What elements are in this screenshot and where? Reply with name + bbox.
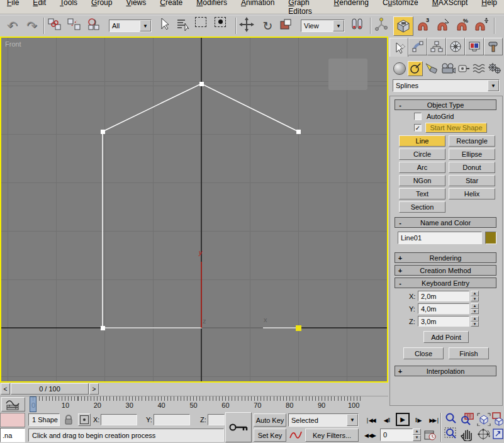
previous-frame-button[interactable]: ◀‖ (380, 414, 394, 426)
rectangular-selection-region-icon[interactable] (195, 17, 213, 35)
spinner-down-icon[interactable]: ▼ (471, 296, 479, 302)
object-type-button-donut[interactable]: Donut (449, 162, 495, 173)
redo-button[interactable]: ↷ (23, 17, 41, 35)
collapse-icon[interactable]: - (395, 101, 405, 109)
shape-category-dropdown[interactable]: Splines ▼ (393, 79, 500, 92)
dropdown-arrow-icon[interactable]: ▼ (488, 80, 499, 91)
ke-y-field[interactable]: 4,0m (418, 303, 469, 314)
time-configuration-button[interactable] (424, 429, 437, 441)
arc-rotate-button[interactable] (476, 427, 491, 441)
rollout-object-type-header[interactable]: - Object Type (395, 99, 496, 110)
coord-y-field[interactable] (154, 414, 190, 425)
new-key-tangent-icon[interactable] (289, 429, 303, 440)
select-and-scale-icon[interactable] (278, 17, 296, 35)
zoom-extents-all-button[interactable] (492, 412, 504, 426)
spinner-up-icon[interactable]: ▲ (471, 303, 479, 309)
tab-display[interactable] (465, 38, 484, 55)
ke-z-spinner[interactable]: ▲▼ (471, 316, 479, 327)
tab-create[interactable] (389, 38, 408, 57)
key-mode-toggle-button[interactable]: ◀◀▶ (362, 429, 378, 441)
pan-button[interactable] (460, 427, 474, 441)
category-cameras-icon[interactable] (440, 63, 456, 74)
set-keys-button[interactable] (225, 412, 252, 442)
object-type-button-line[interactable]: Line (399, 135, 445, 147)
time-slider-track[interactable]: < 0 / 100 > (0, 383, 388, 396)
finish-button[interactable]: Finish (449, 347, 489, 359)
bind-to-space-warp-icon[interactable] (86, 17, 104, 35)
zoom-extents-button[interactable] (476, 412, 491, 426)
tab-motion[interactable] (446, 38, 465, 55)
category-lights-icon[interactable] (425, 62, 439, 75)
selection-lock-icon[interactable] (64, 414, 74, 425)
object-type-button-circle[interactable]: Circle (399, 149, 445, 160)
select-and-move-icon[interactable] (239, 17, 257, 35)
maxscript-mini-listener-script[interactable]: .na (0, 428, 25, 442)
current-frame-field[interactable]: 0 (380, 429, 413, 441)
object-color-swatch[interactable] (485, 232, 496, 244)
absolute-offset-toggle[interactable] (78, 413, 91, 426)
track-bar[interactable]: 0102030405060708090100 (0, 396, 388, 413)
key-selection-dropdown[interactable]: Selected ▼ (288, 413, 359, 427)
close-button[interactable]: Close (403, 347, 444, 359)
window-crossing-toggle-icon[interactable] (215, 17, 233, 35)
start-new-shape-button[interactable]: Start New Shape (425, 123, 487, 133)
viewport-front[interactable]: Front y z x (0, 36, 388, 383)
reference-coord-dropdown[interactable]: View ▼ (301, 20, 345, 32)
select-and-rotate-icon[interactable]: ↻ (259, 17, 277, 35)
select-object-icon[interactable] (156, 17, 174, 35)
coord-z-field[interactable] (208, 414, 225, 425)
collapse-icon[interactable]: + (395, 254, 405, 262)
key-filters-button[interactable]: Key Filters... (305, 429, 359, 442)
undo-button[interactable]: ↶ (3, 17, 21, 35)
percent-snap-icon[interactable]: % (454, 17, 472, 35)
use-center-icon[interactable] (349, 17, 367, 35)
spinner-down-icon[interactable]: ▼ (471, 322, 479, 327)
spinner-down-icon[interactable]: ▼ (413, 435, 421, 441)
min-max-toggle-button[interactable] (492, 427, 504, 441)
collapse-icon[interactable]: + (395, 367, 405, 375)
category-helpers-icon[interactable] (457, 63, 470, 74)
angle-snap-icon[interactable] (434, 17, 452, 35)
tab-modify[interactable] (408, 38, 427, 55)
dropdown-arrow-icon[interactable]: ▼ (347, 414, 358, 426)
object-type-button-arc[interactable]: Arc (399, 162, 445, 173)
tab-utilities[interactable] (484, 38, 503, 55)
region-zoom-button[interactable] (444, 427, 458, 441)
spinner-snap-icon[interactable] (473, 17, 491, 35)
selection-filter-dropdown[interactable]: All ▼ (109, 20, 152, 32)
category-shapes-icon[interactable] (408, 61, 423, 76)
play-button[interactable]: ▶ (396, 413, 410, 426)
object-name-field[interactable]: Line01 (398, 232, 482, 244)
start-new-shape-checkbox[interactable]: ✓ (414, 124, 422, 132)
collapse-icon[interactable]: - (395, 219, 405, 227)
add-point-button[interactable]: Add Point (423, 331, 469, 343)
spinner-down-icon[interactable]: ▼ (471, 309, 479, 315)
ke-x-spinner[interactable]: ▲▼ (471, 291, 479, 301)
collapse-icon[interactable]: - (395, 279, 405, 287)
spinner-up-icon[interactable]: ▲ (413, 429, 421, 435)
category-systems-icon[interactable] (488, 62, 501, 75)
spline-shape[interactable] (103, 84, 298, 328)
time-slider-next-arrow[interactable]: > (89, 383, 99, 395)
time-slider-button[interactable]: 0 / 100 (11, 383, 89, 395)
rollout-keyboard-entry-header[interactable]: - Keyboard Entry (395, 278, 496, 288)
object-type-button-star[interactable]: Star (449, 175, 495, 186)
tab-hierarchy[interactable] (427, 38, 446, 55)
category-spacewarps-icon[interactable] (472, 63, 486, 74)
autogrid-checkbox[interactable] (414, 113, 422, 120)
ke-y-spinner[interactable]: ▲▼ (471, 303, 479, 314)
go-to-start-button[interactable]: ❘◀◀ (362, 414, 378, 426)
select-and-link-icon[interactable] (47, 17, 65, 35)
set-key-button[interactable]: Set Key (254, 429, 286, 442)
ke-x-field[interactable]: 2,0m (418, 291, 469, 301)
object-type-button-rectangle[interactable]: Rectangle (449, 135, 495, 147)
object-type-button-ngon[interactable]: NGon (399, 175, 445, 186)
spinner-up-icon[interactable]: ▲ (471, 291, 479, 296)
go-to-end-button[interactable]: ▶▶❘ (427, 414, 442, 426)
zoom-all-button[interactable] (460, 412, 475, 426)
rollout-rendering-header[interactable]: + Rendering (395, 252, 496, 263)
open-mini-curve-editor-button[interactable] (1, 397, 25, 412)
viewport-label[interactable]: Front (5, 40, 21, 48)
object-type-button-ellipse[interactable]: Ellipse (449, 149, 495, 160)
select-and-manipulate-icon[interactable] (374, 17, 392, 35)
